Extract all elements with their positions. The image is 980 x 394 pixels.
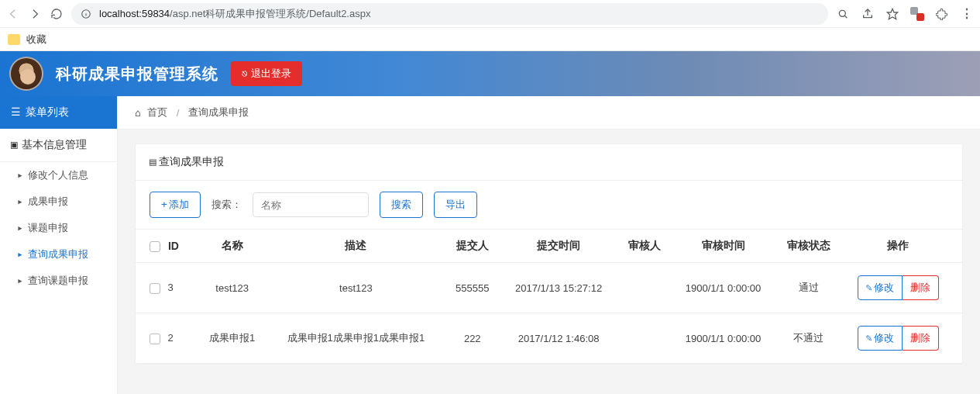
svg-point-3 (839, 10, 845, 16)
logout-icon: ⎋ (242, 67, 248, 79)
sidebar-item[interactable]: ▸课题申报 (0, 215, 117, 241)
breadcrumb-sep: / (177, 107, 180, 119)
menu-item-icon: ▸ (17, 169, 23, 181)
favorite-star-icon[interactable] (885, 7, 899, 21)
table-column-header: 操作 (842, 230, 962, 263)
menu-list-icon: ☰ (11, 105, 21, 118)
cell-submit-time: 2017/1/12 1:46:08 (500, 313, 617, 364)
brand-title: 科研成果申报管理系统 (56, 64, 218, 85)
panel: ▤查询成果申报 +添加 搜索： 搜索 导出 ID名称描述提交人提交时间审核人审核… (135, 143, 963, 365)
menu-item-icon: ▸ (17, 248, 23, 260)
sidebar-header: ☰菜单列表 (0, 96, 117, 129)
bookmark-folder-icon (8, 34, 20, 45)
cell-desc: test123 (266, 263, 445, 313)
cell-name: 成果申报1 (198, 313, 266, 364)
table-row: 2成果申报1成果申报1成果申报1成果申报12222017/1/12 1:46:0… (136, 313, 962, 364)
search-input[interactable] (253, 192, 369, 217)
panel-title-icon: ▤ (150, 155, 156, 168)
menu-item-icon: ▸ (17, 222, 23, 233)
search-zoom-icon[interactable] (836, 7, 850, 21)
search-label: 搜索： (211, 198, 242, 212)
table-column-header: ID (136, 230, 198, 263)
browser-toolbar: localhost:59834/asp.net科研成果申报管理系统/Defaul… (0, 0, 980, 28)
svg-marker-5 (887, 9, 897, 19)
table-header-row: ID名称描述提交人提交时间审核人审核时间审核状态操作 (136, 230, 962, 263)
row-checkbox[interactable] (150, 334, 160, 344)
bookmarks-bar: 收藏 (0, 28, 980, 51)
home-icon: ⌂ (135, 107, 141, 119)
nav-forward-icon[interactable] (28, 7, 42, 21)
cell-name: test123 (198, 263, 266, 313)
cell-reviewer (617, 313, 671, 364)
row-checkbox[interactable] (150, 283, 160, 294)
extensions-puzzle-icon[interactable] (935, 7, 949, 21)
edit-icon: ✎ (866, 332, 872, 344)
bookmark-folder-label[interactable]: 收藏 (26, 33, 46, 47)
edit-button[interactable]: ✎修改 (858, 275, 903, 300)
panel-title: ▤查询成果申报 (136, 144, 962, 181)
sidebar-item[interactable]: ▸成果申报 (0, 188, 117, 215)
url-text: localhost:59834/asp.net科研成果申报管理系统/Defaul… (99, 7, 370, 21)
table-column-header: 审核状态 (775, 230, 842, 263)
edit-button[interactable]: ✎修改 (858, 326, 903, 351)
app-header: 科研成果申报管理系统 ⎋退出登录 (0, 51, 980, 96)
select-all-checkbox[interactable] (150, 241, 160, 252)
table-column-header: 审核时间 (671, 230, 775, 263)
extension-icon[interactable] (910, 7, 924, 21)
delete-button[interactable]: 删除 (903, 326, 939, 351)
sidebar-item[interactable]: ▸修改个人信息 (0, 162, 117, 188)
add-button[interactable]: +添加 (150, 192, 201, 218)
nav-reload-icon[interactable] (50, 7, 64, 21)
table-column-header: 名称 (198, 230, 266, 263)
edit-icon: ✎ (866, 282, 872, 293)
avatar[interactable] (9, 57, 43, 91)
breadcrumb-home[interactable]: 首页 (147, 105, 167, 119)
cell-reviewer (617, 263, 671, 313)
plus-icon: + (161, 199, 167, 210)
data-table: ID名称描述提交人提交时间审核人审核时间审核状态操作 3test123test1… (136, 229, 962, 364)
menu-item-icon: ▸ (17, 275, 23, 286)
cell-review-time: 1900/1/1 0:00:00 (671, 313, 775, 364)
site-info-icon[interactable] (81, 9, 91, 19)
table-column-header: 提交人 (445, 230, 500, 263)
cell-submitter: 555555 (445, 263, 500, 313)
export-button[interactable]: 导出 (434, 192, 477, 218)
content-area: ⌂ 首页 / 查询成果申报 ▤查询成果申报 +添加 搜索： 搜索 导出 ID名称… (118, 96, 980, 394)
sidebar-item[interactable]: ▸查询成果申报 (0, 241, 117, 268)
table-column-header: 提交时间 (500, 230, 617, 263)
search-button[interactable]: 搜索 (380, 192, 423, 218)
cell-status: 不通过 (775, 313, 842, 364)
sidebar-group-header[interactable]: ▣基本信息管理 (0, 129, 117, 162)
more-vert-icon[interactable]: ⋮ (960, 7, 974, 21)
cell-submit-time: 2017/1/13 15:27:12 (500, 263, 617, 313)
share-icon[interactable] (861, 7, 875, 21)
table-column-header: 描述 (266, 230, 445, 263)
table-column-header: 审核人 (617, 230, 671, 263)
cell-review-time: 1900/1/1 0:00:00 (671, 263, 775, 313)
sidebar: ☰菜单列表 ▣基本信息管理 ▸修改个人信息▸成果申报▸课题申报▸查询成果申报▸查… (0, 96, 118, 394)
cell-desc: 成果申报1成果申报1成果申报1 (266, 313, 445, 364)
toolbar: +添加 搜索： 搜索 导出 (136, 181, 962, 229)
breadcrumb: ⌂ 首页 / 查询成果申报 (118, 96, 980, 130)
cell-status: 通过 (775, 263, 842, 313)
sidebar-item[interactable]: ▸查询课题申报 (0, 268, 117, 294)
breadcrumb-current: 查询成果申报 (188, 105, 249, 119)
menu-item-icon: ▸ (17, 195, 23, 207)
logout-button[interactable]: ⎋退出登录 (231, 61, 302, 86)
table-row: 3test123test1235555552017/1/13 15:27:121… (136, 263, 962, 313)
address-bar[interactable]: localhost:59834/asp.net科研成果申报管理系统/Defaul… (71, 3, 828, 25)
svg-line-4 (844, 16, 847, 18)
cell-submitter: 222 (445, 313, 500, 364)
nav-back-icon[interactable] (6, 7, 20, 21)
group-icon: ▣ (11, 138, 17, 150)
delete-button[interactable]: 删除 (903, 275, 939, 300)
